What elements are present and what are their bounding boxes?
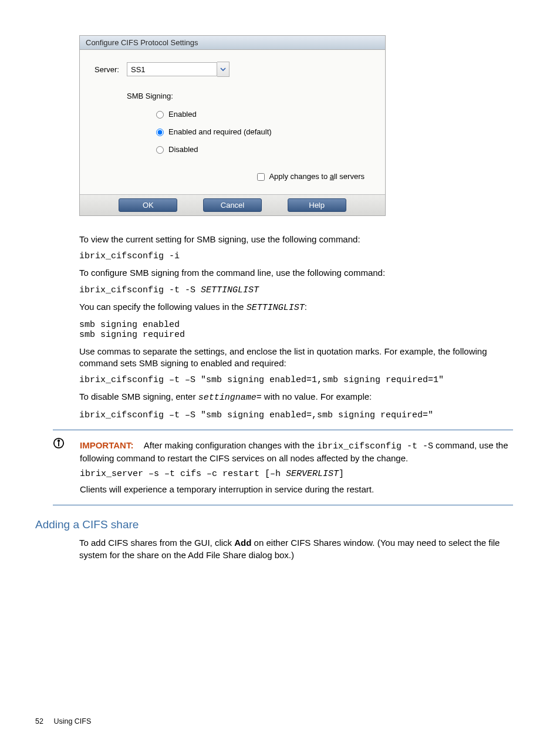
server-label: Server: [95, 65, 127, 74]
ok-button[interactable]: OK [119, 198, 177, 212]
paragraph: To configure SMB signing from the comman… [79, 267, 513, 279]
server-input[interactable] [127, 62, 217, 76]
cancel-button[interactable]: Cancel [203, 198, 262, 212]
smb-signing-label: SMB Signing: [127, 92, 370, 100]
svg-point-1 [58, 440, 59, 441]
important-icon [53, 437, 65, 449]
dialog-button-bar: OK Cancel Help [80, 194, 385, 215]
content-body: To view the current setting for SMB sign… [79, 234, 513, 420]
important-text-2: Clients will experience a temporary inte… [80, 484, 513, 495]
paragraph: To view the current setting for SMB sign… [79, 234, 513, 245]
radio-disabled[interactable] [156, 146, 164, 154]
apply-all-checkbox[interactable] [257, 173, 265, 181]
paragraph: To disable SMB signing, enter settingnam… [79, 391, 513, 404]
code-block: ibrix_server –s –t cifs –c restart [–h S… [80, 469, 513, 479]
dialog-title: Configure CIFS Protocol Settings [80, 36, 385, 50]
radio-enabled-required[interactable] [156, 129, 164, 136]
important-text: IMPORTANT: After making configuration ch… [80, 440, 513, 465]
radio-enabled[interactable] [156, 111, 164, 119]
page-number: 52 [35, 717, 43, 725]
cifs-settings-dialog: Configure CIFS Protocol Settings Server:… [79, 35, 386, 216]
paragraph: You can specify the following values in … [79, 301, 513, 314]
radio-disabled-label: Disabled [168, 145, 198, 154]
chapter-title: Using CIFS [53, 717, 91, 725]
code-block: ibrix_cifsconfig -t -S SETTINGLIST [79, 285, 513, 295]
code-block: smb signing enabled smb signing required [79, 320, 513, 340]
radio-enabled-label: Enabled [168, 110, 197, 119]
code-block: ibrix_cifsconfig –t –S "smb signing enab… [79, 375, 513, 385]
code-block: ibrix_cifsconfig -i [79, 251, 513, 261]
page-footer: 52 Using CIFS [35, 717, 91, 725]
apply-all-label: Apply changes to all servers [269, 172, 365, 181]
section-heading: Adding a CIFS share [35, 518, 525, 531]
chevron-down-icon[interactable] [217, 62, 230, 77]
important-note: IMPORTANT: After making configuration ch… [53, 430, 513, 506]
server-combobox[interactable] [127, 62, 230, 77]
paragraph: Use commas to separate the settings, and… [79, 346, 513, 370]
code-block: ibrix_cifsconfig –t –S "smb signing enab… [79, 410, 513, 420]
svg-rect-2 [58, 442, 59, 446]
help-button[interactable]: Help [288, 198, 346, 212]
paragraph: To add CIFS shares from the GUI, click A… [79, 537, 513, 561]
radio-enabled-required-label: Enabled and required (default) [168, 127, 272, 136]
